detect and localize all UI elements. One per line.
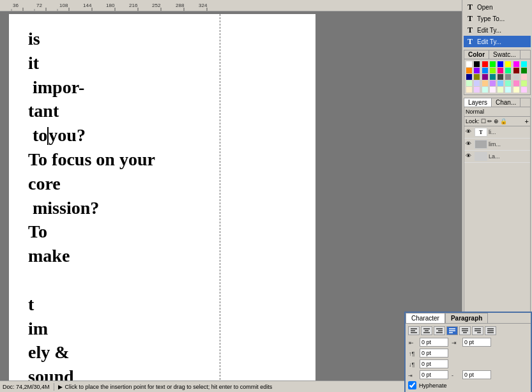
char-panel-header: Character Paragraph (406, 313, 531, 324)
tab-channels[interactable]: Chan... (492, 98, 521, 107)
text-line: make (28, 244, 296, 268)
hyphen-limit-input[interactable] (462, 370, 491, 379)
tab-character[interactable]: Character (406, 313, 445, 323)
color-swatch[interactable] (482, 74, 488, 80)
document-area: 36 72 108 144 180 216 252 288 324 (0, 0, 462, 392)
space-before-input[interactable] (420, 349, 448, 358)
color-swatch[interactable] (513, 68, 519, 73)
layer-visibility-1[interactable]: 👁 (466, 128, 473, 136)
color-swatch[interactable] (482, 87, 488, 93)
text-line: mission? (28, 196, 296, 220)
color-swatch[interactable] (474, 87, 480, 93)
hyphen-limit-icon: - (451, 370, 460, 379)
color-swatch[interactable] (474, 74, 480, 80)
color-swatch[interactable] (505, 68, 511, 73)
color-swatch[interactable] (505, 87, 511, 93)
space-before-row: ↑¶ (408, 349, 528, 358)
svg-text:↑¶: ↑¶ (409, 351, 415, 357)
page-text-content[interactable]: is it impor- tant toyou? To focus on you… (9, 14, 315, 392)
tool-edit-type-active[interactable]: T Edit Ty... (464, 36, 531, 47)
svg-text:⇥: ⇥ (408, 373, 413, 379)
tab-paragraph[interactable]: Paragraph (445, 313, 488, 323)
color-swatch[interactable] (513, 74, 519, 80)
page-wrapper: is it impor- tant toyou? To focus on you… (0, 11, 462, 392)
color-swatch[interactable] (466, 68, 472, 73)
layer-visibility-3[interactable]: 👁 (466, 153, 473, 160)
color-swatch[interactable] (466, 74, 472, 80)
status-bar: Doc: 74,2M/30,4M ▶ Click to place the in… (0, 381, 462, 392)
align-row-1 (408, 326, 528, 335)
tool-open[interactable]: T Open (464, 1, 531, 13)
add-layer-btn[interactable]: + (525, 117, 529, 125)
justify-all-btn[interactable] (485, 326, 496, 335)
color-swatch[interactable] (498, 68, 503, 73)
svg-text:324: 324 (199, 3, 208, 8)
tab-swatches[interactable]: Swatc... (489, 50, 521, 59)
color-swatch[interactable] (521, 80, 527, 86)
align-right-btn[interactable] (434, 326, 445, 335)
color-swatch[interactable] (521, 87, 527, 93)
color-swatch[interactable] (521, 74, 527, 80)
color-swatch[interactable] (505, 80, 511, 86)
color-swatch[interactable] (490, 74, 496, 80)
text-line: ely & (28, 340, 296, 365)
svg-text:252: 252 (152, 3, 161, 8)
color-swatch[interactable] (482, 80, 488, 86)
color-swatch[interactable] (490, 80, 496, 86)
indent-left-input[interactable] (420, 338, 448, 347)
lock-icon-move[interactable]: ☐ (481, 118, 486, 124)
color-swatch[interactable] (498, 61, 503, 67)
open-tool-icon: T (465, 2, 475, 12)
layers-lock-row: Lock: ☐ ✏ ⊕ 🔒 + (464, 117, 530, 126)
separator (54, 383, 54, 391)
color-swatch[interactable] (498, 87, 503, 93)
lock-icon-paint[interactable]: ✏ (487, 118, 492, 124)
space-after-input[interactable] (420, 359, 448, 368)
justify-center-btn[interactable] (459, 326, 471, 335)
color-swatch[interactable] (513, 87, 519, 93)
tool-type-2[interactable]: T Edit Ty... (464, 24, 531, 36)
layer-item-2[interactable]: 👁 lim... (464, 139, 530, 151)
color-swatch[interactable] (490, 61, 496, 67)
color-swatch[interactable] (474, 68, 480, 73)
layer-name-2: lim... (489, 141, 501, 147)
layer-item-3[interactable]: 👁 La... (464, 151, 530, 163)
lock-icon-all[interactable]: 🔒 (500, 118, 507, 124)
color-swatch[interactable] (498, 74, 503, 80)
color-swatch[interactable] (490, 68, 496, 73)
color-swatch[interactable] (521, 61, 527, 67)
color-swatch[interactable] (513, 80, 519, 86)
color-swatch[interactable] (498, 80, 503, 86)
color-swatch[interactable] (505, 61, 511, 67)
first-indent-input[interactable] (420, 370, 448, 379)
align-left-btn[interactable] (408, 326, 420, 335)
play-icon[interactable]: ▶ (58, 384, 63, 390)
color-swatches-panel: Color Swatc... (464, 50, 531, 95)
color-swatch[interactable] (474, 80, 480, 86)
lock-icon-pos[interactable]: ⊕ (494, 118, 499, 124)
color-swatch[interactable] (505, 74, 511, 80)
color-swatch[interactable] (466, 61, 472, 67)
color-swatch[interactable] (490, 87, 496, 93)
align-center-btn[interactable] (421, 326, 432, 335)
justify-left-btn[interactable] (446, 326, 458, 335)
hyphenate-checkbox[interactable] (408, 381, 416, 389)
layer-item-1[interactable]: 👁 T li... (464, 126, 530, 139)
document-page[interactable]: is it impor- tant toyou? To focus on you… (9, 14, 315, 392)
color-swatch[interactable] (521, 68, 527, 73)
tool-type-2-label: Edit Ty... (477, 27, 501, 34)
layer-visibility-2[interactable]: 👁 (466, 140, 473, 148)
color-swatch[interactable] (482, 61, 488, 67)
color-swatch[interactable] (474, 61, 480, 67)
color-swatch[interactable] (466, 80, 472, 86)
tab-layers[interactable]: Layers (464, 98, 492, 107)
tool-type-1[interactable]: T Type To... (464, 13, 531, 24)
color-swatch[interactable] (482, 68, 488, 73)
space-after-row: ↓¶ (408, 359, 528, 368)
layers-controls: Normal (464, 107, 530, 117)
justify-right-btn[interactable] (472, 326, 483, 335)
color-swatch[interactable] (513, 61, 519, 67)
color-swatch[interactable] (466, 87, 472, 93)
indent-right-input[interactable] (462, 338, 491, 347)
tab-color[interactable]: Color (464, 50, 489, 59)
